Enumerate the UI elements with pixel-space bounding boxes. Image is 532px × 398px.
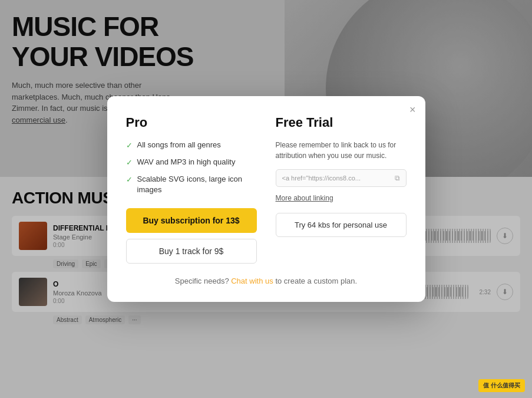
- feature-item: ✓ All songs from all genres: [126, 140, 257, 151]
- footer-suffix: to create a custom plan.: [275, 277, 357, 285]
- pro-column: Pro ✓ All songs from all genres ✓ WAV an…: [126, 115, 257, 264]
- buy-subscription-button[interactable]: Buy subscription for 13$: [126, 208, 257, 233]
- close-button[interactable]: ×: [409, 104, 416, 115]
- more-about-link[interactable]: More about linking: [276, 193, 407, 203]
- free-trial-description: Please remember to link back to us for a…: [276, 140, 407, 161]
- modal-columns: Pro ✓ All songs from all genres ✓ WAV an…: [126, 115, 407, 264]
- footer-text: Specific needs?: [175, 277, 229, 285]
- buy-track-button[interactable]: Buy 1 track for 9$: [126, 239, 257, 264]
- feature-text: Scalable SVG icons, large icon images: [137, 174, 257, 195]
- attribution-text: <a href="https://icons8.co...: [282, 175, 361, 182]
- check-icon: ✓: [126, 140, 133, 151]
- pro-title: Pro: [126, 115, 257, 130]
- feature-item: ✓ Scalable SVG icons, large icon images: [126, 174, 257, 195]
- feature-list: ✓ All songs from all genres ✓ WAV and MP…: [126, 140, 257, 196]
- try-free-button[interactable]: Try 64 kbs for personal use: [276, 213, 407, 237]
- feature-text: All songs from all genres: [137, 140, 221, 150]
- pricing-modal: × Pro ✓ All songs from all genres ✓ WAV …: [107, 96, 425, 302]
- copy-icon[interactable]: ⧉: [395, 174, 400, 182]
- modal-overlay: × Pro ✓ All songs from all genres ✓ WAV …: [0, 0, 532, 398]
- free-trial-column: Free Trial Please remember to link back …: [276, 115, 407, 264]
- feature-text: WAV and MP3 in high quality: [137, 157, 236, 167]
- attribution-box: <a href="https://icons8.co... ⧉: [276, 169, 407, 187]
- check-icon: ✓: [126, 157, 133, 168]
- watermark: 值 什么值得买: [478, 379, 525, 392]
- feature-item: ✓ WAV and MP3 in high quality: [126, 157, 257, 168]
- modal-footer: Specific needs? Chat with us to create a…: [126, 277, 407, 285]
- free-trial-title: Free Trial: [276, 115, 407, 130]
- chat-link[interactable]: Chat with us: [231, 277, 273, 285]
- check-icon: ✓: [126, 175, 133, 185]
